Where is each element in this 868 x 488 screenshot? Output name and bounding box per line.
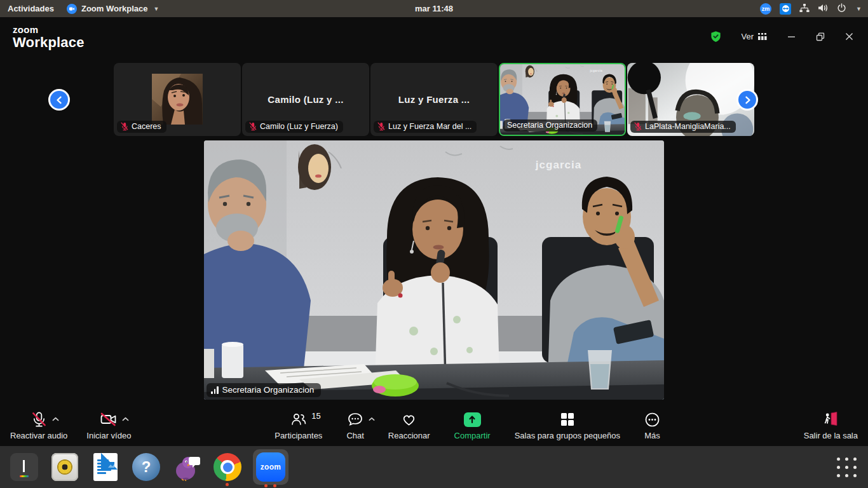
share-icon: [464, 412, 481, 427]
main-speaker-video: Secretaria Organizacion: [204, 140, 664, 400]
gallery-view-icon: [758, 32, 768, 41]
zoom-app-dock-icon: zoom: [256, 452, 285, 482]
more-icon: [644, 412, 660, 428]
react-label: Reaccionar: [388, 431, 430, 440]
chevron-down-icon: ▼: [154, 6, 159, 12]
muted-mic-icon: [121, 122, 128, 131]
zoom-app-icon: [67, 4, 77, 14]
view-label: Ver: [741, 32, 754, 41]
breakout-rooms-button[interactable]: Salas para grupos pequeños: [515, 409, 620, 446]
participant-name: Luz y Fuerza Mar del ...: [388, 122, 471, 131]
participant-tile-laplata[interactable]: LaPlata-ManigliaMaria...: [627, 63, 754, 136]
participant-tile-caceres[interactable]: Caceres: [114, 63, 241, 136]
dock-item-chrome[interactable]: [212, 452, 243, 482]
meeting-toolbar: Reactivar audio Iniciar vídeo: [0, 409, 868, 446]
participants-label: Participantes: [275, 431, 322, 440]
participant-filmstrip: Caceres Camilo (Luz y ... Camilo (Luz y …: [0, 63, 868, 136]
network-icon[interactable]: [799, 3, 810, 15]
participants-button[interactable]: 15 Participantes: [275, 409, 322, 446]
chrome-icon: [214, 453, 241, 481]
video-options-chevron[interactable]: [122, 414, 129, 423]
running-indicator: [226, 483, 229, 486]
dock-item-pidgin[interactable]: [172, 452, 202, 482]
chevron-down-icon: ▼: [856, 6, 862, 12]
filmstrip-prev-button[interactable]: [48, 89, 70, 111]
clock[interactable]: mar 11:48: [415, 4, 453, 13]
participant-name: Secretaria Organizacion: [507, 121, 592, 130]
dock-item-text-editor[interactable]: [9, 452, 39, 482]
activities-button[interactable]: Actividades: [8, 4, 54, 13]
pidgin-icon: [173, 453, 201, 481]
filmstrip-next-button[interactable]: [736, 89, 758, 111]
app-indicator-label: Zoom Workplace: [81, 4, 148, 13]
security-shield-icon[interactable]: [710, 30, 722, 43]
unmute-button[interactable]: Reactivar audio: [10, 409, 67, 446]
dock-item-audio-player[interactable]: [50, 452, 80, 482]
system-tray[interactable]: zm ▼: [760, 3, 862, 15]
chat-label: Chat: [346, 431, 363, 440]
zoom-tray-icon[interactable]: zm: [760, 3, 771, 15]
running-indicator: [273, 484, 276, 487]
logo-line-1: zoom: [13, 25, 85, 35]
app-indicator[interactable]: Zoom Workplace ▼: [67, 4, 159, 14]
logo-line-2: Workplace: [13, 35, 85, 50]
share-screen-button[interactable]: Compartir: [454, 409, 491, 446]
writer-document-icon: [93, 453, 118, 481]
participants-icon: [290, 412, 307, 427]
video-off-icon: [100, 411, 118, 428]
help-icon: ?: [132, 453, 160, 481]
close-button[interactable]: [844, 32, 854, 41]
dock-item-libreoffice-writer[interactable]: [90, 452, 121, 482]
start-video-label: Iniciar vídeo: [86, 431, 131, 440]
gnome-top-bar: Actividades Zoom Workplace ▼ mar 11:48 z…: [0, 0, 868, 17]
active-speaker-label: Secretaria Organizacion: [207, 383, 321, 397]
muted-mic-icon: [249, 122, 257, 131]
zoom-workplace-logo: zoom Workplace: [13, 25, 85, 50]
breakout-rooms-label: Salas para grupos pequeños: [515, 431, 620, 440]
ubuntu-dock: ? zoom: [0, 446, 868, 488]
chat-button[interactable]: Chat: [346, 409, 363, 446]
start-video-button[interactable]: Iniciar vídeo: [86, 409, 131, 446]
dock-item-zoom[interactable]: zoom: [253, 449, 288, 485]
minimize-button[interactable]: [787, 32, 796, 41]
muted-mic-icon: [31, 411, 48, 428]
speaker-icon: [51, 453, 78, 481]
running-indicator: [264, 484, 268, 487]
speaker-name: Secretaria Organizacion: [222, 385, 315, 395]
audio-options-chevron[interactable]: [52, 414, 59, 423]
participants-count: 15: [311, 411, 320, 421]
view-button[interactable]: Ver: [741, 32, 768, 41]
desktop: Actividades Zoom Workplace ▼ mar 11:48 z…: [0, 0, 868, 488]
heart-icon: [401, 412, 417, 427]
restore-button[interactable]: [815, 32, 825, 42]
participant-tile-luzyfuerza[interactable]: Luz y Fuerza ... Luz y Fuerza Mar del ..…: [370, 63, 498, 136]
muted-mic-icon: [377, 122, 385, 131]
breakout-rooms-icon: [560, 412, 575, 427]
leave-door-icon: [822, 411, 839, 428]
show-applications-button[interactable]: [834, 454, 859, 480]
participant-name: LaPlata-ManigliaMaria...: [645, 122, 731, 131]
volume-icon[interactable]: [818, 3, 829, 15]
unmute-label: Reactivar audio: [10, 431, 67, 440]
more-button[interactable]: Más: [644, 409, 660, 446]
dock-item-help[interactable]: ?: [131, 452, 161, 482]
leave-meeting-label: Salir de la sala: [804, 431, 858, 440]
participant-name: Caceres: [132, 122, 161, 131]
react-button[interactable]: Reaccionar: [388, 409, 430, 446]
text-editor-icon: [10, 453, 38, 481]
window-header: zoom Workplace Ver: [0, 17, 868, 63]
chat-options-chevron[interactable]: [369, 414, 375, 423]
participant-name: Camilo (Luz y Fuerza): [260, 122, 338, 131]
more-label: Más: [644, 431, 660, 440]
leave-meeting-button[interactable]: Salir de la sala: [804, 409, 858, 446]
chat-icon: [347, 412, 363, 428]
audio-level-icon: [211, 386, 219, 394]
muted-mic-icon: [634, 122, 642, 131]
teamviewer-tray-icon[interactable]: [780, 3, 791, 15]
power-icon[interactable]: [837, 3, 846, 15]
share-label: Compartir: [454, 431, 491, 440]
participant-tile-camilo[interactable]: Camilo (Luz y ... Camilo (Luz y Fuerza): [242, 63, 369, 136]
avatar: [152, 74, 203, 125]
participant-tile-secretaria-active-speaker[interactable]: Secretaria Organizacion: [499, 63, 626, 136]
zoom-meeting-window: zoom Workplace Ver: [0, 17, 868, 446]
